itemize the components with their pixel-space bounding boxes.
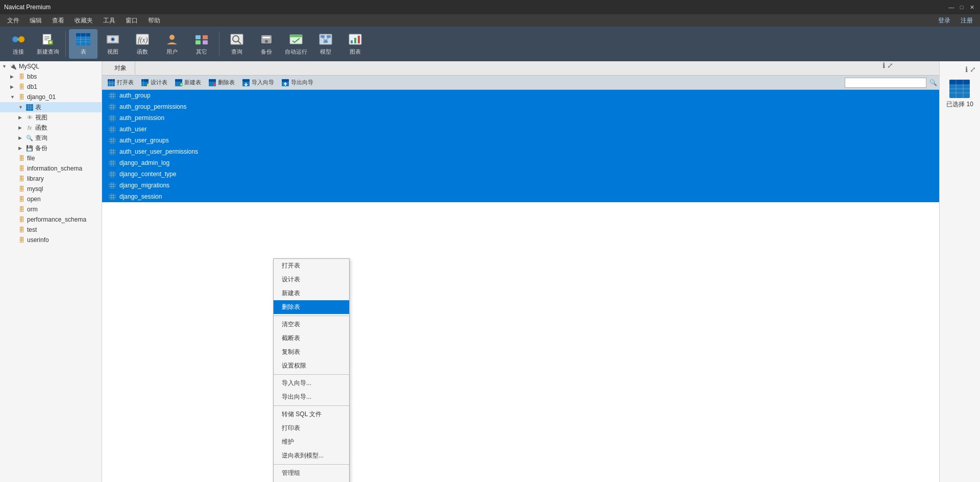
ctx-maintenance[interactable]: 维护 bbox=[274, 435, 349, 449]
table-row-icon-auth-user-groups bbox=[108, 136, 116, 144]
svg-rect-67 bbox=[209, 79, 216, 82]
ctx-design-table[interactable]: 设计表 bbox=[274, 273, 349, 286]
toolbar-other[interactable]: 其它 bbox=[187, 29, 216, 59]
expand-icon[interactable]: ⤢ bbox=[887, 61, 893, 69]
sidebar-item-mysql[interactable]: ▼ 🔌 MySQL bbox=[0, 61, 102, 71]
toolbar-view[interactable]: 视图 bbox=[99, 29, 127, 59]
toolbar-model[interactable]: 模型 bbox=[311, 29, 340, 59]
menu-edit[interactable]: 编辑 bbox=[24, 14, 47, 27]
table-item-auth-group-permissions[interactable]: auth_group_permissions bbox=[102, 101, 939, 112]
sidebar-item-library[interactable]: 🗄 library bbox=[0, 174, 102, 184]
svg-rect-116 bbox=[109, 182, 116, 189]
table-item-django-session[interactable]: django_session bbox=[102, 191, 939, 202]
sidebar-item-mysql-db[interactable]: 🗄 mysql bbox=[0, 184, 102, 194]
action-open-table[interactable]: 打开表 bbox=[104, 77, 137, 88]
toolbar-connect[interactable]: 连接 bbox=[4, 29, 33, 59]
right-info-icon[interactable]: ℹ bbox=[965, 65, 968, 74]
queries-icon: 🔍 bbox=[26, 134, 34, 142]
search-icon[interactable]: 🔍 bbox=[929, 79, 937, 86]
ctx-export-wizard[interactable]: 导出向导... bbox=[274, 390, 349, 404]
sidebar-item-open[interactable]: 🗄 open bbox=[0, 194, 102, 204]
action-new-table[interactable]: 新建表 bbox=[172, 77, 204, 88]
toolbar-query[interactable]: 查询 bbox=[223, 29, 251, 59]
sidebar-item-info-schema[interactable]: 🗄 information_schema bbox=[0, 163, 102, 174]
info-icons: ℹ ⤢ bbox=[883, 61, 893, 69]
action-design-table[interactable]: 设计表 bbox=[138, 77, 170, 88]
sidebar-item-bbs[interactable]: ▶ 🗄 bbs bbox=[0, 71, 102, 82]
action-export[interactable]: 导出向导 bbox=[278, 77, 316, 88]
ctx-open-table[interactable]: 打开表 bbox=[274, 259, 349, 273]
sidebar-item-test[interactable]: 🗄 test bbox=[0, 225, 102, 235]
table-item-django-migrations[interactable]: django_migrations bbox=[102, 180, 939, 191]
svg-rect-81 bbox=[109, 104, 116, 110]
table-item-django-admin-log[interactable]: django_admin_log bbox=[102, 157, 939, 168]
ctx-print-table[interactable]: 打印表 bbox=[274, 421, 349, 435]
sidebar-item-orm[interactable]: 🗄 orm bbox=[0, 204, 102, 214]
table-item-auth-user-groups[interactable]: auth_user_groups bbox=[102, 135, 939, 146]
sidebar-item-views[interactable]: ▶ 👁 视图 bbox=[0, 112, 102, 123]
toolbar-schedule[interactable]: 自动运行 bbox=[282, 29, 310, 59]
ctx-copy-table[interactable]: 复制表 bbox=[274, 345, 349, 359]
sidebar-item-perf-schema[interactable]: 🗄 performance_schema bbox=[0, 214, 102, 225]
menu-help[interactable]: 帮助 bbox=[143, 14, 165, 27]
ctx-clear-table[interactable]: 清空表 bbox=[274, 318, 349, 331]
table-row-icon-django-session bbox=[108, 192, 116, 201]
menu-favorites[interactable]: 收藏夹 bbox=[69, 14, 98, 27]
toolbar-function[interactable]: f(x) 函数 bbox=[128, 29, 157, 59]
svg-rect-91 bbox=[109, 126, 116, 133]
menu-window[interactable]: 窗口 bbox=[120, 14, 143, 27]
table-item-auth-group[interactable]: auth_group bbox=[102, 90, 939, 101]
ctx-convert-sql[interactable]: 转储 SQL 文件 bbox=[274, 407, 349, 421]
user-icon bbox=[164, 32, 180, 46]
sidebar-item-backups[interactable]: ▶ 💾 备份 bbox=[0, 143, 102, 153]
table-item-auth-permission[interactable]: auth_permission bbox=[102, 112, 939, 124]
table-item-auth-user[interactable]: auth_user bbox=[102, 124, 939, 135]
close-button[interactable]: ✕ bbox=[968, 3, 976, 11]
orm-label: orm bbox=[27, 206, 38, 213]
ctx-copy2[interactable]: 复制 bbox=[274, 480, 349, 482]
tab-objects[interactable]: 对象 bbox=[106, 62, 135, 75]
sidebar-item-db1[interactable]: ▶ 🗄 db1 bbox=[0, 82, 102, 92]
menu-tools[interactable]: 工具 bbox=[98, 14, 120, 27]
toolbar-user[interactable]: 用户 bbox=[158, 29, 186, 59]
info-icon[interactable]: ℹ bbox=[883, 61, 885, 69]
arrow-tables: ▼ bbox=[18, 105, 26, 110]
table-row-icon-django-migrations bbox=[108, 181, 116, 189]
sidebar-item-tables[interactable]: ▼ 表 bbox=[0, 102, 102, 112]
sidebar-item-queries[interactable]: ▶ 🔍 查询 bbox=[0, 133, 102, 143]
right-expand-icon[interactable]: ⤢ bbox=[970, 65, 976, 74]
minimize-button[interactable]: — bbox=[947, 3, 955, 11]
ctx-new-table[interactable]: 新建表 bbox=[274, 286, 349, 300]
toolbar-backup[interactable]: 备份 bbox=[252, 29, 281, 59]
toolbar-table[interactable]: 表 bbox=[69, 29, 97, 59]
svg-rect-46 bbox=[26, 104, 33, 111]
toolbar-chart[interactable]: 图表 bbox=[341, 29, 370, 59]
toolbar-new-query[interactable]: 新建查询 bbox=[34, 29, 62, 59]
ctx-delete-table[interactable]: 删除表 bbox=[274, 300, 349, 314]
selected-tables-view: 已选择 10 bbox=[946, 80, 973, 109]
ctx-reverse-model[interactable]: 逆向表到模型... bbox=[274, 449, 349, 463]
sidebar-item-django01[interactable]: ▼ 🗄 django_01 bbox=[0, 92, 102, 102]
search-input[interactable] bbox=[845, 78, 926, 88]
info-schema-icon: 🗄 bbox=[17, 164, 26, 173]
sidebar-item-functions[interactable]: ▶ fx 函数 bbox=[0, 123, 102, 133]
ctx-set-permissions[interactable]: 设置权限 bbox=[274, 359, 349, 373]
toolbar-other-label: 其它 bbox=[196, 48, 207, 56]
login-button[interactable]: 登录 bbox=[933, 14, 955, 27]
action-delete-table[interactable]: 删除表 bbox=[205, 77, 238, 88]
table-item-django-content-type[interactable]: django_content_type bbox=[102, 168, 939, 180]
ctx-truncate-table[interactable]: 截断表 bbox=[274, 331, 349, 345]
action-open-table-icon bbox=[107, 79, 115, 87]
maximize-button[interactable]: □ bbox=[958, 3, 966, 11]
ctx-manage-group[interactable]: 管理组 bbox=[274, 466, 349, 480]
svg-rect-62 bbox=[175, 79, 182, 82]
action-import[interactable]: 导入向导 bbox=[239, 77, 277, 88]
sidebar-item-file[interactable]: 🗄 file bbox=[0, 153, 102, 163]
menu-file[interactable]: 文件 bbox=[2, 14, 24, 27]
register-button[interactable]: 注册 bbox=[955, 14, 978, 27]
menu-view[interactable]: 查看 bbox=[47, 14, 69, 27]
table-row-icon-django-admin-log bbox=[108, 159, 116, 167]
ctx-import-wizard[interactable]: 导入向导... bbox=[274, 376, 349, 390]
table-item-auth-user-user-permissions[interactable]: auth_user_user_permissions bbox=[102, 146, 939, 157]
sidebar-item-userinfo[interactable]: 🗄 userinfo bbox=[0, 235, 102, 245]
